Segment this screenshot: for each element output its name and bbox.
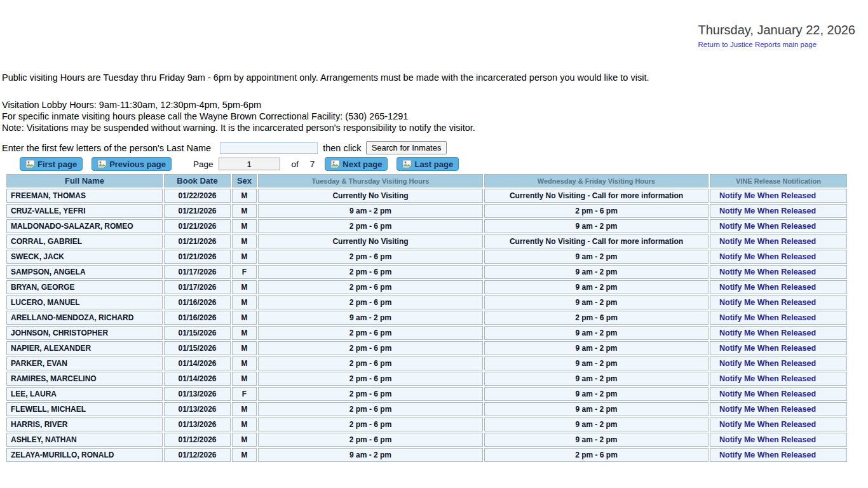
facility-phone-text: For specific inmate visiting hours pleas…: [2, 111, 475, 122]
vine-cell: Notify Me When Released: [710, 372, 847, 386]
total-pages: 7: [310, 159, 315, 169]
full-name-cell: FREEMAN, THOMAS: [6, 189, 163, 203]
header-wed-fri-hours: Wednesday & Friday Visiting Hours: [484, 174, 709, 187]
book-date-cell: 01/21/2026: [164, 219, 231, 233]
full-name-cell: ARELLANO-MENDOZA, RICHARD: [6, 311, 163, 325]
notify-me-when-released-link[interactable]: Notify Me When Released: [714, 329, 816, 337]
table-row: ZELAYA-MURILLO, RONALD01/12/2026M9 am - …: [6, 448, 847, 462]
table-row: RAMIRES, MARCELINO01/14/2026M2 pm - 6 pm…: [6, 372, 847, 386]
table-row: NAPIER, ALEXANDER01/15/2026M2 pm - 6 pm9…: [6, 341, 847, 355]
sex-cell: M: [232, 280, 257, 294]
last-name-input[interactable]: [220, 142, 318, 154]
notify-me-when-released-link[interactable]: Notify Me When Released: [714, 283, 816, 292]
vine-cell: Notify Me When Released: [710, 250, 847, 264]
previous-page-button[interactable]: Previous page: [92, 157, 172, 171]
suspension-note-text: Note: Visitations may be suspended witho…: [2, 122, 475, 133]
vine-cell: Notify Me When Released: [710, 295, 847, 309]
notify-me-when-released-link[interactable]: Notify Me When Released: [714, 268, 816, 276]
wed-fri-hours-cell: 9 am - 2 pm: [484, 250, 709, 264]
header-full-name[interactable]: Full Name: [6, 174, 163, 187]
notify-me-when-released-link[interactable]: Notify Me When Released: [714, 222, 816, 231]
sex-cell: M: [232, 326, 257, 340]
tue-thu-hours-cell: 2 pm - 6 pm: [258, 326, 483, 340]
header-vine-notification: VINE Release Notification: [710, 174, 847, 187]
sex-cell: M: [232, 372, 257, 386]
tue-thu-hours-cell: 2 pm - 6 pm: [258, 219, 483, 233]
notify-me-when-released-link[interactable]: Notify Me When Released: [714, 451, 816, 459]
first-page-button[interactable]: First page: [20, 157, 83, 171]
table-row: MALDONADO-SALAZAR, ROMEO01/21/2026M2 pm …: [6, 219, 847, 233]
book-date-cell: 01/15/2026: [164, 326, 231, 340]
full-name-cell: NAPIER, ALEXANDER: [6, 341, 163, 355]
book-date-cell: 01/13/2026: [164, 417, 231, 431]
sex-cell: M: [232, 250, 257, 264]
wed-fri-hours-cell: 9 am - 2 pm: [484, 372, 709, 386]
search-for-inmates-button[interactable]: Search for Inmates: [366, 141, 447, 154]
broken-image-icon: [97, 159, 107, 168]
lobby-hours-text: Visitation Lobby Hours: 9am-11:30am, 12:…: [2, 99, 475, 111]
vine-cell: Notify Me When Released: [710, 234, 847, 248]
notify-me-when-released-link[interactable]: Notify Me When Released: [714, 420, 816, 429]
book-date-cell: 01/16/2026: [164, 295, 231, 309]
of-label: of: [292, 159, 299, 169]
last-page-button[interactable]: Last page: [397, 157, 459, 171]
notify-me-when-released-link[interactable]: Notify Me When Released: [714, 405, 816, 414]
book-date-cell: 01/15/2026: [164, 341, 231, 355]
book-date-cell: 01/21/2026: [164, 234, 231, 248]
broken-image-icon: [330, 159, 340, 168]
book-date-cell: 01/21/2026: [164, 204, 231, 218]
table-header-row: Full Name Book Date Sex Tuesday & Thursd…: [6, 174, 847, 187]
page-number-input[interactable]: [219, 158, 280, 170]
full-name-cell: FLEWELL, MICHAEL: [6, 402, 163, 416]
sex-cell: M: [232, 234, 257, 248]
header-tue-thu-hours: Tuesday & Thursday Visiting Hours: [258, 174, 483, 187]
sex-cell: M: [232, 204, 257, 218]
vine-cell: Notify Me When Released: [710, 417, 847, 431]
visiting-info-block: Visitation Lobby Hours: 9am-11:30am, 12:…: [2, 99, 475, 133]
notify-me-when-released-link[interactable]: Notify Me When Released: [714, 359, 816, 368]
notify-me-when-released-link[interactable]: Notify Me When Released: [714, 252, 816, 261]
sex-cell: M: [232, 417, 257, 431]
notify-me-when-released-link[interactable]: Notify Me When Released: [714, 191, 816, 200]
header-sex[interactable]: Sex: [232, 174, 257, 187]
next-page-button[interactable]: Next page: [325, 157, 388, 171]
notify-me-when-released-link[interactable]: Notify Me When Released: [714, 237, 816, 246]
wed-fri-hours-cell: 9 am - 2 pm: [484, 402, 709, 416]
notify-me-when-released-link[interactable]: Notify Me When Released: [714, 374, 816, 383]
notify-me-when-released-link[interactable]: Notify Me When Released: [714, 298, 816, 307]
wed-fri-hours-cell: 9 am - 2 pm: [484, 433, 709, 447]
wed-fri-hours-cell: 2 pm - 6 pm: [484, 448, 709, 462]
table-row: HARRIS, RIVER01/13/2026M2 pm - 6 pm9 am …: [6, 417, 847, 431]
book-date-cell: 01/14/2026: [164, 372, 231, 386]
broken-image-icon: [402, 159, 412, 168]
tue-thu-hours-cell: 2 pm - 6 pm: [258, 280, 483, 294]
tue-thu-hours-cell: 2 pm - 6 pm: [258, 341, 483, 355]
table-row: JOHNSON, CHRISTOPHER01/15/2026M2 pm - 6 …: [6, 326, 847, 340]
inmate-table-body: FREEMAN, THOMAS01/22/2026MCurrently No V…: [6, 189, 847, 462]
vine-cell: Notify Me When Released: [710, 189, 847, 203]
vine-cell: Notify Me When Released: [710, 204, 847, 218]
full-name-cell: MALDONADO-SALAZAR, ROMEO: [6, 219, 163, 233]
table-row: LEE, LAURA01/13/2026F2 pm - 6 pm9 am - 2…: [6, 387, 847, 401]
notify-me-when-released-link[interactable]: Notify Me When Released: [714, 344, 816, 353]
table-row: FLEWELL, MICHAEL01/13/2026M2 pm - 6 pm9 …: [6, 402, 847, 416]
table-row: FREEMAN, THOMAS01/22/2026MCurrently No V…: [6, 189, 847, 203]
wed-fri-hours-cell: 9 am - 2 pm: [484, 326, 709, 340]
notify-me-when-released-link[interactable]: Notify Me When Released: [714, 313, 816, 322]
tue-thu-hours-cell: 2 pm - 6 pm: [258, 402, 483, 416]
table-row: BRYAN, GEORGE01/17/2026M2 pm - 6 pm9 am …: [6, 280, 847, 294]
sex-cell: M: [232, 356, 257, 370]
full-name-cell: CORRAL, GABRIEL: [6, 234, 163, 248]
notify-me-when-released-link[interactable]: Notify Me When Released: [714, 435, 816, 444]
sex-cell: M: [232, 402, 257, 416]
wed-fri-hours-cell: 9 am - 2 pm: [484, 387, 709, 401]
vine-cell: Notify Me When Released: [710, 280, 847, 294]
wed-fri-hours-cell: 9 am - 2 pm: [484, 295, 709, 309]
notify-me-when-released-link[interactable]: Notify Me When Released: [714, 207, 816, 215]
header-book-date[interactable]: Book Date: [164, 174, 231, 187]
tue-thu-hours-cell: 2 pm - 6 pm: [258, 433, 483, 447]
table-row: ARELLANO-MENDOZA, RICHARD01/16/2026M9 am…: [6, 311, 847, 325]
notify-me-when-released-link[interactable]: Notify Me When Released: [714, 390, 816, 398]
return-to-justice-reports-link[interactable]: Return to Justice Reports main page: [698, 41, 855, 48]
wed-fri-hours-cell: 9 am - 2 pm: [484, 280, 709, 294]
